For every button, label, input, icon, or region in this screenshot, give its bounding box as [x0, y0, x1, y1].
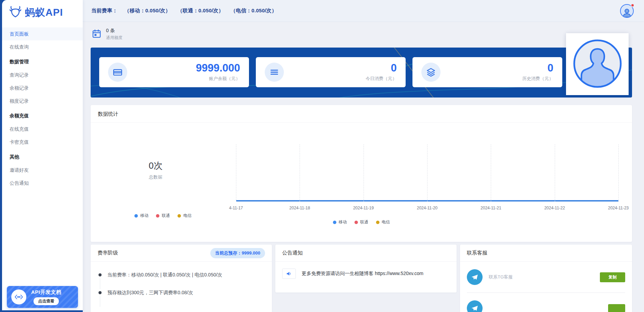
x-tick: 2024-11-21	[481, 206, 501, 210]
gridline	[555, 144, 555, 202]
history-spend-label: 历史消费（元）	[522, 76, 553, 82]
rate-tier-panel: 费率阶级 当前总预存：9999.000 当前费率：移动0.050/次 | 联通0…	[91, 245, 272, 312]
user-avatar[interactable]	[620, 4, 634, 18]
total-deposit-badge: 当前总预存：9999.000	[210, 248, 265, 258]
profile-avatar-icon	[572, 38, 623, 91]
list-icon	[265, 63, 284, 82]
sidebar-item-balance-records[interactable]: 余额记录	[2, 81, 83, 94]
bullet-dot	[98, 291, 102, 294]
credit-card-icon	[108, 63, 127, 82]
sidebar-item-announcements[interactable]: 公告通知	[2, 177, 83, 190]
rate-telecom: （电信：0.050/次）	[231, 8, 277, 14]
legend-item-telecom[interactable]: 电信	[376, 219, 390, 225]
legend-dot	[134, 214, 138, 218]
layers-icon	[421, 63, 441, 82]
sidebar-item-invite-friends[interactable]: 邀请好友	[2, 164, 83, 177]
quota-label: 通用额度	[106, 35, 122, 41]
balance-label: 账户余额（元）	[196, 76, 240, 82]
chart-total-label: 总数据	[135, 174, 176, 180]
app-title: 蚂蚁API	[25, 6, 63, 20]
legend-dot	[156, 214, 159, 218]
announcement-panel: 公告通知 更多免费资源请访问一生相随博客 https://www.520xv.c…	[275, 245, 457, 292]
service-item-tg: 联系TG客服 复制	[460, 262, 632, 292]
sidebar-item-query-records[interactable]: 查询记录	[2, 68, 83, 81]
x-axis-labels: 4-11-17 2024-11-18 2024-11-19 2024-11-20…	[236, 206, 618, 211]
rates-label: 当前费率：	[91, 8, 118, 14]
profile-avatar-card	[566, 33, 629, 95]
line-chart-plot	[236, 144, 618, 202]
legend-dot	[178, 214, 181, 218]
chart-title: 数据统计	[91, 105, 632, 123]
sidebar-section-other: 其他	[2, 150, 83, 164]
legend-dot	[354, 221, 358, 224]
sidebar-item-card-recharge[interactable]: 卡密充值	[2, 135, 83, 148]
x-tick: 2024-11-18	[289, 206, 310, 210]
sidebar: 蚂蚁API 首页面板 在线查询 数据管理 查询记录 余额记录 额度记录 余额充值…	[2, 0, 83, 312]
x-tick: 2024-11-20	[417, 206, 438, 210]
stats-banner: 9999.000 账户余额（元） 0 今日消费（元）	[91, 48, 632, 98]
sidebar-item-online-recharge[interactable]: 在线充值	[2, 122, 83, 135]
bottom-panels: 费率阶级 当前总预存：9999.000 当前费率：移动0.050/次 | 联通0…	[91, 245, 632, 312]
customer-service-title: 联系客服	[467, 250, 487, 256]
page-frame-bottom	[0, 310, 83, 312]
announcement-item[interactable]: 更多免费资源请访问一生相随博客 https://www.520xv.com	[275, 262, 457, 286]
legend-dot	[333, 221, 336, 224]
gridline	[618, 144, 619, 202]
legend-dot	[376, 221, 379, 224]
topbar: 当前费率： （移动：0.050/次） （联通：0.050/次） （电信：0.05…	[83, 0, 644, 22]
sidebar-section-data-management: 数据管理	[2, 55, 83, 68]
sidebar-item-online-query[interactable]: 在线查询	[2, 40, 83, 53]
sidebar-menu: 首页面板 在线查询 数据管理 查询记录 余额记录 额度记录 余额充值 在线充值 …	[2, 24, 83, 190]
rate-tier-item: 预存额达到300元，三网下调费率0.08/次	[98, 290, 265, 296]
copy-button[interactable]: 复制	[600, 272, 625, 282]
x-tick: 4-11-17	[229, 206, 243, 210]
app-logo[interactable]: 蚂蚁API	[2, 0, 83, 24]
legend-item-mobile[interactable]: 移动	[333, 219, 347, 225]
legend-item-telecom[interactable]: 电信	[178, 213, 192, 219]
ant-logo-icon	[9, 5, 22, 20]
service-label: 联系TG客服	[489, 274, 513, 280]
quota-widget: 0 条 通用额度	[91, 26, 632, 42]
stat-card-history-spend: 0 历史消费（元）	[412, 57, 562, 87]
gridline	[236, 144, 236, 202]
main-content: 0 条 通用额度 9999.000	[83, 22, 644, 312]
api-docs-title: API开发文档	[31, 289, 62, 295]
gridline	[364, 144, 364, 202]
bullet-dot	[98, 273, 102, 276]
x-tick: 2024-11-23	[608, 206, 629, 210]
announcement-text: 更多免费资源请访问一生相随博客 https://www.520xv.com	[302, 271, 423, 277]
api-docs-view-button[interactable]: 点击查看	[34, 297, 59, 305]
history-spend-value: 0	[522, 63, 553, 73]
sidebar-item-quota-records[interactable]: 额度记录	[2, 94, 83, 107]
rate-tier-list: 当前费率：移动0.050/次 | 联通0.050/次 | 电信0.050/次 预…	[91, 262, 272, 296]
telegram-icon	[467, 300, 483, 312]
chart-legend-left: 移动 联通 电信	[134, 213, 192, 219]
quota-count: 0 条	[106, 28, 122, 34]
chart-legend-center: 移动 联通 电信	[333, 219, 390, 225]
telegram-icon	[467, 269, 483, 285]
notification-dot	[631, 3, 634, 7]
copy-button[interactable]	[608, 304, 625, 312]
gridline	[491, 144, 491, 202]
gridline	[427, 144, 428, 202]
rate-tier-title: 费率阶级	[97, 250, 118, 256]
current-rates: 当前费率： （移动：0.050/次） （联通：0.050/次） （电信：0.05…	[91, 8, 277, 14]
legend-item-unicom[interactable]: 联通	[354, 219, 368, 225]
rate-mobile: （移动：0.050/次）	[124, 8, 171, 14]
api-docs-card[interactable]: API开发文档 点击查看	[7, 286, 78, 308]
rate-tier-item: 当前费率：移动0.050/次 | 联通0.050/次 | 电信0.050/次	[98, 272, 265, 278]
sidebar-item-home[interactable]: 首页面板	[2, 27, 83, 40]
gridline	[300, 144, 300, 202]
rate-unicom: （联通：0.050/次）	[178, 8, 224, 14]
stat-cards: 9999.000 账户余额（元） 0 今日消费（元）	[99, 57, 562, 87]
balance-value: 9999.000	[196, 63, 240, 73]
stat-card-today-spend: 0 今日消费（元）	[256, 57, 406, 87]
sidebar-section-balance-recharge: 余额充值	[2, 109, 83, 122]
service-item-tg	[460, 293, 632, 312]
legend-item-mobile[interactable]: 移动	[134, 213, 148, 219]
today-spend-value: 0	[366, 63, 397, 73]
legend-item-unicom[interactable]: 联通	[156, 213, 170, 219]
data-statistics-card: 数据统计 0次 总数据 4-11-17 2024-11-18 2024-11-1…	[91, 105, 632, 242]
customer-service-panel: 联系客服 联系TG客服 复制	[460, 245, 632, 312]
speaker-icon	[282, 269, 296, 279]
